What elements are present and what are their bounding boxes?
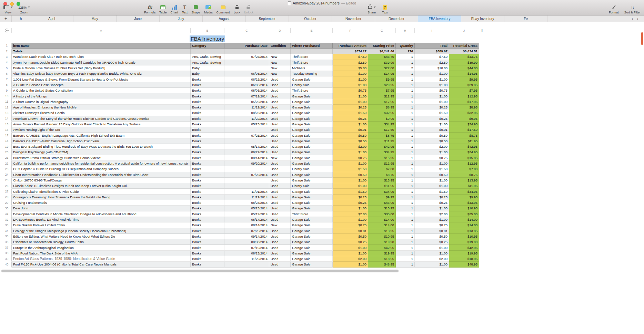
cell[interactable]: $0.25	[333, 105, 368, 110]
row-number[interactable]: 8	[2, 82, 12, 88]
cell[interactable]: New	[269, 65, 291, 71]
row-number[interactable]: 5	[2, 65, 12, 71]
cell[interactable]: Garage Sale	[291, 228, 333, 234]
cell[interactable]: $0.25	[333, 239, 368, 245]
cell[interactable]: Garage Sale	[291, 76, 333, 82]
cell[interactable]: $34.95	[368, 189, 396, 194]
cell[interactable]: DK Eyewitness Books: Da Vinci And His Ti…	[12, 217, 191, 222]
cell[interactable]: $9.95	[449, 76, 479, 82]
cell[interactable]: Arts, Crafts, Sewing	[191, 60, 224, 65]
cell[interactable]: 06/06/2014	[224, 82, 269, 88]
cell[interactable]	[224, 166, 269, 172]
cell[interactable]: 1	[396, 76, 415, 82]
next-tabs-icon[interactable]: ›	[637, 17, 638, 21]
cell[interactable]: 05/17/2014	[224, 144, 269, 149]
cell[interactable]: Garage Sale	[291, 256, 333, 262]
cell[interactable]: Garage Sale	[291, 105, 333, 110]
cell[interactable]: $0.25	[333, 116, 368, 122]
cell[interactable]: Books	[191, 183, 224, 189]
cell[interactable]: Used	[269, 172, 291, 178]
cell[interactable]: 05/25/2014	[224, 99, 269, 105]
cell[interactable]: Books	[191, 144, 224, 149]
cell[interactable]: $18.95	[368, 256, 396, 262]
cell[interactable]: Books	[191, 189, 224, 194]
cell[interactable]: $2.00	[415, 256, 449, 262]
cell[interactable]: 06/03/2014	[224, 71, 269, 76]
column-letter-b[interactable]: B	[191, 28, 224, 33]
cell[interactable]: $1.00	[333, 82, 368, 88]
cell[interactable]	[224, 262, 269, 267]
cell[interactable]: 05/19/2014	[224, 211, 269, 217]
cell[interactable]: 2	[396, 65, 415, 71]
cell[interactable]: CEO Capital: A Guide to Building CEO Rep…	[12, 166, 191, 172]
cell[interactable]: Books	[191, 99, 224, 105]
row-number[interactable]: 34	[2, 228, 12, 234]
cell[interactable]: 1	[396, 195, 415, 200]
cell[interactable]: $0.25	[415, 105, 449, 110]
row-number[interactable]: 18	[2, 138, 12, 144]
cell[interactable]: Duke Nukem Forever Limited Editio	[12, 222, 191, 228]
row-number[interactable]: 15	[2, 122, 12, 127]
zoom-control[interactable]: 125% Zoom	[18, 4, 30, 14]
cell[interactable]: 11/29/2014	[224, 256, 269, 262]
cell[interactable]: Garage Sale	[291, 217, 333, 222]
row-number[interactable]: 10	[2, 93, 12, 99]
cell[interactable]: 08/14/2014	[224, 217, 269, 222]
cell[interactable]: Garage Sale	[291, 116, 333, 122]
cell[interactable]: A Guide to the United States Constitutio…	[12, 88, 191, 93]
row-number[interactable]: 40	[2, 262, 12, 267]
cell[interactable]: $9.95	[449, 195, 479, 200]
cell[interactable]: $8.75	[449, 172, 479, 178]
row-number[interactable]: 7	[2, 76, 12, 82]
cell[interactable]: New	[269, 54, 291, 60]
cell[interactable]: Baby	[191, 71, 224, 76]
sheet-tab-july[interactable]: July	[160, 15, 203, 22]
cell[interactable]: Thrift Store	[291, 54, 333, 60]
cell[interactable]: $19.95	[449, 251, 479, 256]
cell[interactable]: $9.95	[368, 116, 396, 122]
cell[interactable]: $10.95	[449, 234, 479, 239]
cell[interactable]: $43.75	[368, 54, 396, 60]
cell[interactable]: Garage Sale	[291, 155, 333, 161]
row-number[interactable]: 20	[2, 149, 12, 155]
cell[interactable]: $0.50	[415, 234, 449, 239]
column-letter-c[interactable]: C	[224, 28, 269, 33]
cell[interactable]: Total	[415, 43, 449, 49]
cell[interactable]: $1.00	[415, 262, 449, 267]
row-number[interactable]: 9	[2, 88, 12, 93]
cell[interactable]: California building performance guidelin…	[12, 161, 191, 166]
row-number[interactable]: 2	[2, 49, 12, 54]
cell[interactable]: Garage Sale	[291, 133, 333, 138]
cell[interactable]: Used	[269, 82, 291, 88]
cell[interactable]	[224, 183, 269, 189]
cell[interactable]: Potential Gross	[449, 43, 479, 49]
table-button[interactable]: Table	[159, 4, 167, 14]
cell[interactable]: Books	[191, 138, 224, 144]
cell[interactable]: $1.00	[415, 93, 449, 99]
cell[interactable]: Courageous Dreaming: How Shamans Dream t…	[12, 195, 191, 200]
cell[interactable]: $19.90	[368, 239, 396, 245]
row-number[interactable]: 37	[2, 245, 12, 250]
cell[interactable]: 08/14/2014	[224, 155, 269, 161]
cell[interactable]: Biological Psychology (with CD-ROM)	[12, 149, 191, 155]
cell[interactable]: Awaken Healing Light of the Tao	[12, 127, 191, 133]
cell[interactable]: Cruising Fundamentals	[12, 200, 191, 206]
cell[interactable]: A Guide to Service Desk Concepts	[12, 82, 191, 88]
cell[interactable]: Garage Sale	[291, 172, 333, 178]
cell[interactable]: Classic Knits: 15 Timeless Designs to Kn…	[12, 183, 191, 189]
cell[interactable]: $39.99	[368, 60, 396, 65]
row-number[interactable]: 21	[2, 155, 12, 161]
cell[interactable]: Used	[269, 211, 291, 217]
cell[interactable]: $0.50	[415, 172, 449, 178]
cell[interactable]: $1.00	[415, 71, 449, 76]
cell[interactable]: Used	[269, 93, 291, 99]
cell[interactable]: 1	[396, 178, 415, 183]
row-number[interactable]: 38	[2, 251, 12, 256]
cell[interactable]: $0.25	[333, 195, 368, 200]
cell[interactable]: Used	[269, 206, 291, 211]
cell[interactable]: $42.95	[368, 144, 396, 149]
cell[interactable]: $0.75	[333, 155, 368, 161]
row-number[interactable]: 27	[2, 189, 12, 194]
cell[interactable]: $6,434.51	[449, 49, 479, 54]
cell[interactable]: $0.01	[415, 228, 449, 234]
